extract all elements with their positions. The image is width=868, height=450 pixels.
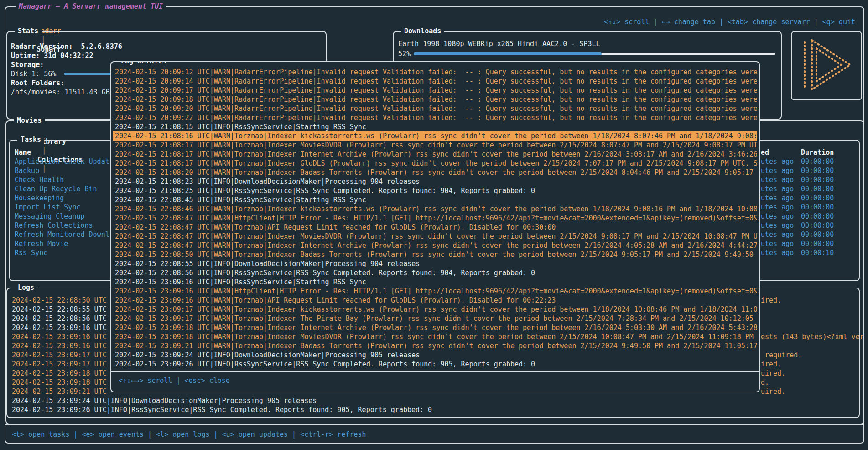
modal-footer-divider (111, 371, 759, 372)
log-row-text-tail: ests (143 bytes)<?xml ver (761, 332, 864, 341)
task-duration: 00:00:00 (801, 239, 834, 248)
log-detail-line[interactable]: 2024-02-15 22:08:45 UTC|INFO|RssSyncServ… (113, 195, 757, 204)
log-row-text: 2024-02-15 22:08:55 UTC (12, 305, 107, 314)
log-detail-line[interactable]: 2024-02-15 23:09:18 UTC|WARN|Torznab|Ind… (113, 332, 757, 341)
task-last-executed: utes ago (761, 166, 794, 175)
managarr-tui-screen: Managarr – A Servarr management TUI Rada… (0, 0, 868, 450)
task-last-executed: utes ago (761, 194, 794, 203)
task-name: Check Health (15, 175, 64, 184)
log-detail-line[interactable]: 2024-02-15 21:08:17 UTC|WARN|Torznab|Ind… (113, 159, 757, 168)
task-name: Clean Up Recycle Bin (15, 184, 97, 194)
log-row-text: 2024-02-15 23:09:17 UTC (12, 360, 107, 369)
log-detail-line[interactable]: 2024-02-15 22:08:46 UTC|WARN|Torznab|Ind… (113, 204, 757, 214)
movies-panel-title: Movies (14, 116, 45, 125)
log-detail-line[interactable]: 2024-02-15 20:09:22 UTC|WARN|RadarrError… (113, 113, 757, 122)
log-row-text: 2024-02-15 23:09:18 UTC (12, 378, 107, 387)
app-title: Managarr – A Servarr management TUI (16, 2, 166, 11)
log-detail-line[interactable]: 2024-02-15 21:08:20 UTC|WARN|Torznab|Ind… (113, 168, 757, 177)
log-detail-line[interactable]: 2024-02-15 21:08:25 UTC|INFO|RssSyncServ… (113, 186, 757, 195)
download-percent-label: 52% (398, 49, 411, 58)
log-detail-line[interactable]: 2024-02-15 23:09:26 UTC|INFO|RssSyncServ… (113, 360, 757, 369)
task-last-executed: utes ago (761, 157, 794, 166)
task-name: Refresh Movie (15, 239, 68, 248)
log-detail-line[interactable]: 2024-02-15 23:09:18 UTC|WARN|Torznab|Ind… (113, 323, 757, 332)
stats-row: Radarr Version: 5.2.6.8376 (11, 42, 322, 51)
task-duration: 00:00:00 (801, 157, 834, 166)
task-name: Application Check Updat (15, 157, 109, 166)
log-row-text: 2024-02-15 23:09:16 UTC (12, 332, 107, 341)
managarr-play-logo-icon (796, 36, 856, 94)
task-name: Backup (15, 166, 39, 175)
log-row[interactable]: 2024-02-15 23:09:24 UTC|INFO|DownloadDec… (7, 396, 859, 405)
log-detail-line[interactable]: 2024-02-15 23:09:17 UTC|WARN|Torznab|Ind… (113, 305, 757, 314)
task-name: Housekeeping (15, 194, 64, 203)
task-name: Messaging Cleanup (15, 212, 85, 221)
task-last-executed: utes ago (761, 230, 794, 239)
log-detail-line[interactable]: 2024-02-15 23:09:24 UTC|INFO|DownloadDec… (113, 351, 757, 360)
log-row-text-tail: d. (761, 378, 769, 387)
log-detail-line[interactable]: 2024-02-15 20:09:14 UTC|WARN|RadarrError… (113, 77, 757, 86)
downloads-panel-title: Downloads (401, 26, 444, 36)
log-row-text-tail: ired. (761, 296, 781, 305)
task-name: Rss Sync (15, 248, 47, 257)
log-detail-line[interactable]: 2024-02-15 22:08:55 UTC|INFO|DownloadDec… (113, 259, 757, 268)
stats-row: Uptime: 31d 04:32:22 (11, 51, 322, 60)
log-detail-line[interactable]: 2024-02-15 22:08:47 UTC|WARN|Torznab|Ind… (113, 232, 757, 241)
log-row-text: 2024-02-15 23:09:16 UTC (12, 341, 107, 351)
download-progress-bar (414, 52, 775, 55)
task-name: Refresh Collections (15, 221, 93, 230)
log-detail-line[interactable]: 2024-02-15 20:09:20 UTC|WARN|RadarrError… (113, 104, 757, 113)
logo-panel (791, 31, 862, 100)
download-progress-fill (414, 52, 602, 55)
log-detail-line[interactable]: 2024-02-15 22:08:56 UTC|INFO|RssSyncServ… (113, 268, 757, 277)
log-row-text-tail: required. (761, 351, 802, 360)
log-row-text: 2024-02-15 23:09:16 UTC (12, 323, 107, 332)
modal-keybinding-help: <↑↓←→> scroll | <esc> close (119, 376, 230, 385)
log-detail-line[interactable]: 2024-02-15 22:08:50 UTC|WARN|Torznab|Ind… (113, 250, 757, 259)
help-bar-divider (5, 424, 864, 425)
log-row-text-tail: uired. (761, 387, 785, 396)
log-detail-line[interactable]: 2024-02-15 21:08:16 UTC|WARN|Torznab|Ind… (113, 131, 757, 141)
task-name: Import List Sync (15, 203, 81, 212)
task-last-executed: utes ago (761, 248, 794, 257)
log-detail-line[interactable]: 2024-02-15 21:08:17 UTC|WARN|Torznab|Ind… (113, 141, 757, 150)
task-last-executed: utes ago (761, 184, 794, 194)
log-row-text-tail: ired. (761, 360, 781, 369)
log-row-text: 2024-02-15 23:09:18 UTC (12, 369, 107, 378)
log-detail-line[interactable]: 2024-02-15 23:09:21 UTC|WARN|Torznab|Ind… (113, 341, 757, 351)
log-detail-line[interactable]: 2024-02-15 23:09:16 UTC|WARN|HttpClient|… (113, 287, 757, 296)
task-duration: 00:00:00 (801, 203, 834, 212)
log-detail-line[interactable]: 2024-02-15 20:09:17 UTC|WARN|RadarrError… (113, 86, 757, 95)
log-row-text: 2024-02-15 23:09:26 UTC|INFO|RssSyncServ… (12, 405, 432, 414)
log-detail-line[interactable]: 2024-02-15 23:09:17 UTC|WARN|Torznab|Ind… (113, 314, 757, 323)
task-duration: 00:00:00 (801, 221, 834, 230)
log-row-text: 2024-02-15 23:09:21 UTC (12, 387, 107, 396)
task-last-executed: utes ago (761, 212, 794, 221)
task-last-executed: utes ago (761, 175, 794, 184)
log-detail-line[interactable]: 2024-02-15 22:08:47 UTC|WARN|Torznab|API… (113, 223, 757, 232)
log-details-modal: Log Details 2024-02-15 20:09:12 UTC|WARN… (110, 61, 760, 392)
task-duration: 00:00:10 (801, 248, 834, 257)
log-detail-line[interactable]: 2024-02-15 22:08:47 UTC|WARN|Torznab|Ind… (113, 241, 757, 250)
log-detail-line[interactable]: 2024-02-15 23:09:16 UTC|WARN|Torznab|API… (113, 296, 757, 305)
log-details-lines: 2024-02-15 20:09:12 UTC|WARN|RadarrError… (111, 62, 759, 392)
log-row-text: 2024-02-15 22:08:50 UTC (12, 296, 107, 305)
task-last-executed: utes ago (761, 221, 794, 230)
log-row-text: 2024-02-15 23:09:24 UTC|INFO|DownloadDec… (12, 396, 317, 405)
task-last-executed: utes ago (761, 203, 794, 212)
log-detail-line[interactable]: 2024-02-15 22:08:47 UTC|WARN|HttpClient|… (113, 214, 757, 223)
log-detail-line[interactable]: 2024-02-15 21:08:17 UTC|WARN|Torznab|Ind… (113, 150, 757, 159)
task-duration: 00:00:00 (801, 184, 834, 194)
log-detail-line[interactable]: 2024-02-15 20:09:12 UTC|WARN|RadarrError… (113, 68, 757, 77)
log-detail-line[interactable]: 2024-02-15 20:09:18 UTC|WARN|RadarrError… (113, 95, 757, 104)
log-detail-line[interactable]: 2024-02-15 21:08:15 UTC|INFO|RssSyncServ… (113, 122, 757, 131)
log-row-text-tail: uired. (761, 369, 785, 378)
task-duration: 00:00:00 (801, 212, 834, 221)
log-detail-line[interactable]: 2024-02-15 23:09:16 UTC|INFO|RssSyncServ… (113, 277, 757, 287)
log-detail-line[interactable]: 2024-02-15 21:08:23 UTC|INFO|DownloadDec… (113, 177, 757, 186)
task-duration: 00:00:00 (801, 194, 834, 203)
log-row[interactable]: 2024-02-15 23:09:26 UTC|INFO|RssSyncServ… (7, 405, 859, 414)
task-last-executed: utes ago (761, 239, 794, 248)
download-item-name[interactable]: Earth 1998 1080p WEBRip x265 Hindi AAC2.… (398, 39, 600, 48)
task-duration: 00:00:00 (801, 166, 834, 175)
